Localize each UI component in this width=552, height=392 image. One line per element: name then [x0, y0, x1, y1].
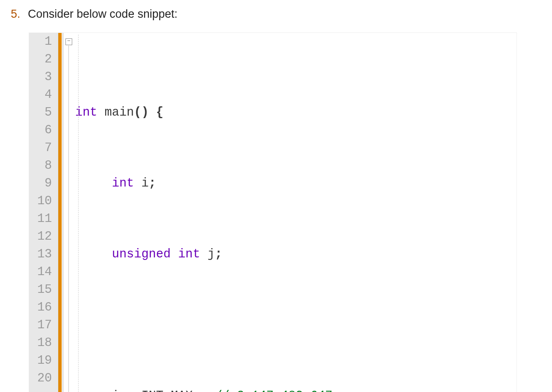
- code-line: int i;: [75, 175, 517, 192]
- fold-guide-line: [68, 46, 69, 392]
- code-line: int main() {: [75, 104, 517, 122]
- question-heading: 5. Consider below code snippet:: [3, 8, 542, 21]
- question-text: Consider below code snippet:: [28, 8, 542, 21]
- line-number: 17: [33, 316, 52, 334]
- line-number: 16: [33, 299, 52, 316]
- line-number: 20: [33, 370, 52, 387]
- line-number: 8: [33, 157, 52, 175]
- line-number: 1: [33, 33, 52, 51]
- line-number: 5: [33, 104, 52, 122]
- question-number: 5.: [3, 8, 28, 21]
- line-number: 3: [33, 68, 52, 86]
- line-number: 13: [33, 246, 52, 263]
- line-number: 12: [33, 228, 52, 246]
- line-number: 15: [33, 281, 52, 299]
- line-number: 4: [33, 86, 52, 104]
- line-number: 19: [33, 352, 52, 370]
- code-area: int main() { int i; unsigned int j; i = …: [73, 33, 517, 392]
- indent-guide: [78, 35, 79, 392]
- fold-column: −: [65, 33, 73, 392]
- line-number-gutter: 1 2 3 4 5 6 7 8 9 10 11 12 13 14 15 16 1…: [29, 33, 58, 392]
- code-line: [75, 316, 517, 334]
- code-block: 1 2 3 4 5 6 7 8 9 10 11 12 13 14 15 16 1…: [29, 32, 517, 392]
- page: 5. Consider below code snippet: 1 2 3 4 …: [0, 0, 551, 392]
- margin-bar: [63, 33, 63, 392]
- line-number: 7: [33, 139, 52, 157]
- fold-toggle-icon[interactable]: −: [65, 38, 72, 45]
- line-number: 2: [33, 51, 52, 68]
- change-marker-bar: [58, 33, 62, 392]
- code-line: unsigned int j;: [75, 246, 517, 263]
- line-number: 11: [33, 210, 52, 228]
- line-number: 10: [33, 192, 52, 210]
- code-line: i = INT_MAX; // 2,147,483,647: [75, 387, 517, 392]
- line-number: 9: [33, 175, 52, 192]
- line-number: 14: [33, 263, 52, 281]
- line-number: 18: [33, 334, 52, 352]
- line-number: 6: [33, 122, 52, 139]
